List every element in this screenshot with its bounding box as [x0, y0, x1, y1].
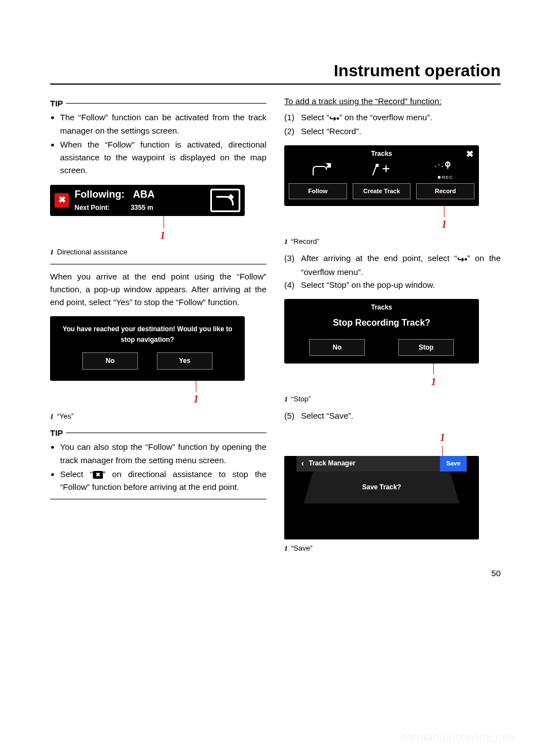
right-column: To add a track using the “Record” functi…	[284, 95, 501, 558]
callout-line	[442, 446, 501, 456]
tracks-icons-row: REC	[289, 159, 474, 183]
legend-text: “Stop”	[291, 395, 311, 403]
tip-heading: TIP	[50, 426, 266, 439]
svg-point-6	[447, 162, 448, 164]
stop-button[interactable]: Stop	[398, 339, 454, 356]
step-text: Select “↪•” on the “overflow menu”.	[301, 111, 501, 125]
step-text: After arriving at the end point, select …	[301, 252, 501, 278]
overflow-menu-icon: ↪•	[329, 112, 339, 125]
legend-text: Directional assistance	[57, 248, 127, 256]
step: (2) Select “Record”.	[284, 125, 501, 138]
legend-num: 1	[284, 395, 288, 403]
following-value: ABA	[133, 189, 155, 200]
tip-heading: TIP	[50, 97, 266, 110]
follow-route-icon	[310, 162, 332, 179]
stop-buttons: No Stop	[289, 339, 474, 356]
figure-legend: 1“Record”	[284, 236, 501, 247]
tracks-panel: Tracks ✖ REC Follow Create Track	[284, 145, 479, 206]
steps-list: (5) Select “Save”.	[284, 409, 501, 422]
save-top-bar: ‹ Track Manager Save	[296, 456, 467, 472]
nav-assist-bar: ✖ Following: ABA Next Point: 3355 m	[50, 185, 245, 216]
turn-direction-icon[interactable]	[210, 189, 240, 212]
step-num: (5)	[284, 409, 301, 422]
close-icon[interactable]: ✖	[466, 148, 473, 161]
record-button[interactable]: Record	[416, 183, 474, 199]
next-point-row: Next Point: 3355 m	[75, 203, 205, 213]
callout-number: 1	[160, 228, 266, 244]
close-icon[interactable]: ✖	[55, 193, 69, 208]
save-button[interactable]: Save	[440, 456, 467, 472]
save-question: Save Track?	[304, 472, 459, 504]
figure-legend: 1“Save”	[284, 543, 501, 554]
create-track-icon	[370, 162, 393, 179]
legend-num: 1	[50, 412, 54, 420]
step-num: (2)	[284, 125, 301, 138]
content-columns: TIP The “Follow” function can be activat…	[50, 95, 501, 558]
svg-point-2	[375, 164, 379, 167]
step: (3) After arriving at the end point, sel…	[284, 252, 501, 278]
page-number: 50	[50, 568, 501, 578]
record-pin-icon	[431, 160, 453, 171]
svg-point-4	[438, 164, 439, 165]
no-button[interactable]: No	[82, 352, 138, 370]
stop-question: Stop Recording Track?	[289, 316, 474, 330]
save-lower	[284, 504, 479, 539]
tracks-buttons: Follow Create Track Record	[289, 183, 474, 199]
figure-directional-assistance: ✖ Following: ABA Next Point: 3355 m	[50, 185, 266, 244]
step-num: (3)	[284, 252, 301, 278]
tip-list: You can also stop the “Follow” function …	[50, 440, 266, 493]
legend-num: 1	[50, 248, 54, 256]
left-column: TIP The “Follow” function can be activat…	[50, 95, 266, 558]
popup-buttons: No Yes	[57, 352, 238, 370]
figure-stop-recording: Tracks Stop Recording Track? No Stop 1	[284, 299, 501, 390]
step-num: (1)	[284, 111, 301, 125]
steps-list: (1) Select “↪•” on the “overflow menu”. …	[284, 111, 501, 138]
tip-item: You can also stop the “Follow” function …	[60, 440, 266, 467]
popup: You have reached your destination! Would…	[50, 316, 245, 381]
callout-number: 1	[440, 430, 501, 446]
close-inline-icon: ✖	[93, 471, 103, 479]
legend-text: “Record”	[291, 237, 320, 246]
record-intro: To add a track using the “Record” functi…	[284, 95, 501, 107]
legend-text: “Save”	[291, 544, 313, 552]
divider	[50, 499, 266, 499]
figure-legend: 1“Stop”	[284, 394, 501, 405]
back-icon[interactable]: ‹	[296, 458, 309, 470]
no-button[interactable]: No	[309, 339, 365, 356]
figure-legend: 1Directional assistance	[50, 247, 266, 258]
tracks-title: Tracks	[371, 150, 392, 158]
stop-panel-title: Tracks	[289, 302, 474, 313]
body-paragraph: When you arrive at the end point using t…	[50, 270, 266, 309]
tip-rule	[66, 433, 266, 433]
callout-number: 1	[194, 392, 266, 408]
tip-item-prefix: Select “	[60, 469, 93, 479]
tip-list: The “Follow” function can be activated f…	[50, 111, 266, 176]
following-label: Following:	[75, 189, 125, 200]
tip-label: TIP	[50, 97, 63, 110]
figure-save-track: 1 ‹ Track Manager Save Save Track?	[284, 430, 501, 539]
callout-line	[444, 206, 501, 217]
track-manager-title: Track Manager	[309, 458, 440, 469]
legend-num: 1	[284, 544, 288, 552]
callout-line	[196, 381, 266, 392]
watermark: carmanualsonline.info	[400, 731, 515, 744]
stop-recording-panel: Tracks Stop Recording Track? No Stop	[284, 299, 479, 364]
step: (4) Select “Stop” on the pop-up window.	[284, 278, 501, 291]
create-track-button[interactable]: Create Track	[353, 183, 411, 199]
step-text: Select “Stop” on the pop-up window.	[301, 278, 501, 291]
next-point-label: Next Point:	[75, 204, 110, 212]
save-body: Save Track?	[284, 472, 479, 539]
callout-line	[164, 216, 266, 228]
callout-number: 1	[442, 217, 501, 233]
divider	[50, 264, 266, 264]
tip-item: The “Follow” function can be activated f…	[60, 111, 266, 137]
legend-text: “Yes”	[57, 412, 74, 420]
yes-button[interactable]: Yes	[157, 352, 212, 370]
svg-point-5	[442, 166, 443, 167]
step-text: Select “Save”.	[301, 409, 501, 422]
page-title: Instrument operation	[50, 61, 501, 85]
follow-button[interactable]: Follow	[289, 183, 347, 199]
callout-line	[433, 364, 501, 375]
save-track-panel: ‹ Track Manager Save Save Track?	[284, 456, 479, 539]
rec-label: REC	[442, 175, 453, 180]
